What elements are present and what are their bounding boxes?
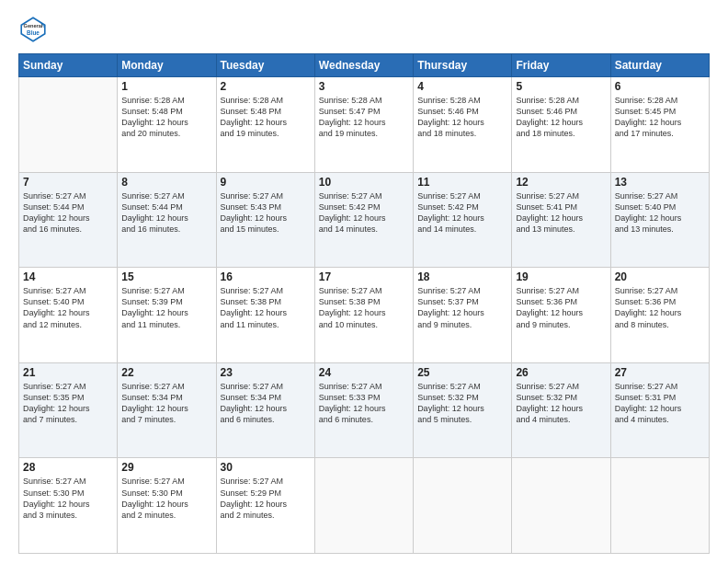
table-row: 18Sunrise: 5:27 AM Sunset: 5:37 PM Dayli… <box>414 268 512 363</box>
cell-info: Sunrise: 5:27 AM Sunset: 5:41 PM Dayligh… <box>516 190 606 236</box>
table-row: 2Sunrise: 5:28 AM Sunset: 5:48 PM Daylig… <box>216 77 314 173</box>
cell-info: Sunrise: 5:27 AM Sunset: 5:34 PM Dayligh… <box>121 381 211 426</box>
cell-info: Sunrise: 5:27 AM Sunset: 5:40 PM Dayligh… <box>23 285 113 330</box>
cell-info: Sunrise: 5:27 AM Sunset: 5:36 PM Dayligh… <box>516 285 606 330</box>
calendar-week-row: 1Sunrise: 5:28 AM Sunset: 5:48 PM Daylig… <box>19 77 710 173</box>
calendar-week-row: 21Sunrise: 5:27 AM Sunset: 5:35 PM Dayli… <box>19 362 710 458</box>
day-number: 19 <box>516 270 606 283</box>
day-number: 8 <box>121 176 211 189</box>
table-row: 30Sunrise: 5:27 AM Sunset: 5:29 PM Dayli… <box>216 458 314 554</box>
logo-icon: General Blue <box>18 15 48 44</box>
table-row: 4Sunrise: 5:28 AM Sunset: 5:46 PM Daylig… <box>414 77 512 173</box>
day-number: 20 <box>615 270 705 283</box>
table-row: 24Sunrise: 5:27 AM Sunset: 5:33 PM Dayli… <box>314 362 413 458</box>
table-row: 3Sunrise: 5:28 AM Sunset: 5:47 PM Daylig… <box>314 77 413 173</box>
col-sunday: Sunday <box>19 54 118 77</box>
page: General Blue Sunday Monday Tuesday Wedne… <box>0 0 728 563</box>
cell-info: Sunrise: 5:27 AM Sunset: 5:32 PM Dayligh… <box>516 381 606 426</box>
table-row <box>512 458 610 554</box>
table-row: 25Sunrise: 5:27 AM Sunset: 5:32 PM Dayli… <box>414 362 512 458</box>
cell-info: Sunrise: 5:28 AM Sunset: 5:47 PM Dayligh… <box>319 95 409 140</box>
cell-info: Sunrise: 5:27 AM Sunset: 5:29 PM Dayligh… <box>221 476 311 521</box>
day-number: 18 <box>417 270 507 283</box>
day-number: 10 <box>319 176 409 189</box>
cell-info: Sunrise: 5:27 AM Sunset: 5:37 PM Dayligh… <box>417 285 507 330</box>
day-number: 30 <box>221 461 311 474</box>
cell-info: Sunrise: 5:28 AM Sunset: 5:45 PM Dayligh… <box>615 95 705 140</box>
day-number: 23 <box>221 366 311 379</box>
cell-info: Sunrise: 5:27 AM Sunset: 5:40 PM Dayligh… <box>615 190 705 236</box>
cell-info: Sunrise: 5:27 AM Sunset: 5:44 PM Dayligh… <box>121 190 211 236</box>
table-row: 26Sunrise: 5:27 AM Sunset: 5:32 PM Dayli… <box>512 362 610 458</box>
col-friday: Friday <box>512 54 610 77</box>
day-number: 24 <box>319 366 409 379</box>
cell-info: Sunrise: 5:27 AM Sunset: 5:39 PM Dayligh… <box>121 285 211 330</box>
cell-info: Sunrise: 5:28 AM Sunset: 5:46 PM Dayligh… <box>417 95 507 140</box>
col-monday: Monday <box>118 54 216 77</box>
day-number: 1 <box>121 80 211 93</box>
day-number: 22 <box>121 366 211 379</box>
cell-info: Sunrise: 5:27 AM Sunset: 5:36 PM Dayligh… <box>615 285 705 330</box>
table-row: 29Sunrise: 5:27 AM Sunset: 5:30 PM Dayli… <box>118 458 216 554</box>
day-number: 25 <box>417 366 507 379</box>
table-row: 27Sunrise: 5:27 AM Sunset: 5:31 PM Dayli… <box>610 362 709 458</box>
day-number: 6 <box>615 80 705 93</box>
cell-info: Sunrise: 5:27 AM Sunset: 5:44 PM Dayligh… <box>23 190 113 236</box>
svg-text:Blue: Blue <box>27 29 40 36</box>
table-row: 11Sunrise: 5:27 AM Sunset: 5:42 PM Dayli… <box>414 172 512 268</box>
table-row: 1Sunrise: 5:28 AM Sunset: 5:48 PM Daylig… <box>118 77 216 173</box>
table-row <box>610 458 709 554</box>
table-row: 19Sunrise: 5:27 AM Sunset: 5:36 PM Dayli… <box>512 268 610 363</box>
logo: General Blue <box>18 15 48 44</box>
table-row <box>314 458 413 554</box>
day-number: 21 <box>23 366 113 379</box>
calendar-header-row: Sunday Monday Tuesday Wednesday Thursday… <box>19 54 710 77</box>
cell-info: Sunrise: 5:27 AM Sunset: 5:42 PM Dayligh… <box>319 190 409 236</box>
day-number: 27 <box>615 366 705 379</box>
cell-info: Sunrise: 5:27 AM Sunset: 5:32 PM Dayligh… <box>417 381 507 426</box>
table-row: 6Sunrise: 5:28 AM Sunset: 5:45 PM Daylig… <box>610 77 709 173</box>
table-row: 13Sunrise: 5:27 AM Sunset: 5:40 PM Dayli… <box>610 172 709 268</box>
day-number: 5 <box>516 80 606 93</box>
day-number: 4 <box>417 80 507 93</box>
calendar-week-row: 14Sunrise: 5:27 AM Sunset: 5:40 PM Dayli… <box>19 268 710 363</box>
day-number: 16 <box>221 270 311 283</box>
table-row: 12Sunrise: 5:27 AM Sunset: 5:41 PM Dayli… <box>512 172 610 268</box>
cell-info: Sunrise: 5:27 AM Sunset: 5:30 PM Dayligh… <box>121 476 211 521</box>
cell-info: Sunrise: 5:28 AM Sunset: 5:48 PM Dayligh… <box>221 95 311 140</box>
cell-info: Sunrise: 5:27 AM Sunset: 5:42 PM Dayligh… <box>417 190 507 236</box>
cell-info: Sunrise: 5:27 AM Sunset: 5:31 PM Dayligh… <box>615 381 705 426</box>
day-number: 17 <box>319 270 409 283</box>
day-number: 2 <box>221 80 311 93</box>
table-row: 15Sunrise: 5:27 AM Sunset: 5:39 PM Dayli… <box>118 268 216 363</box>
day-number: 12 <box>516 176 606 189</box>
table-row: 9Sunrise: 5:27 AM Sunset: 5:43 PM Daylig… <box>216 172 314 268</box>
calendar-week-row: 28Sunrise: 5:27 AM Sunset: 5:30 PM Dayli… <box>19 458 710 554</box>
cell-info: Sunrise: 5:28 AM Sunset: 5:48 PM Dayligh… <box>121 95 211 140</box>
col-saturday: Saturday <box>610 54 709 77</box>
cell-info: Sunrise: 5:27 AM Sunset: 5:34 PM Dayligh… <box>221 381 311 426</box>
svg-text:General: General <box>24 23 43 29</box>
table-row: 8Sunrise: 5:27 AM Sunset: 5:44 PM Daylig… <box>118 172 216 268</box>
col-tuesday: Tuesday <box>216 54 314 77</box>
table-row <box>19 77 118 173</box>
day-number: 13 <box>615 176 705 189</box>
day-number: 26 <box>516 366 606 379</box>
table-row: 7Sunrise: 5:27 AM Sunset: 5:44 PM Daylig… <box>19 172 118 268</box>
cell-info: Sunrise: 5:27 AM Sunset: 5:35 PM Dayligh… <box>23 381 113 426</box>
calendar-table: Sunday Monday Tuesday Wednesday Thursday… <box>18 53 710 554</box>
cell-info: Sunrise: 5:27 AM Sunset: 5:30 PM Dayligh… <box>23 476 113 521</box>
col-thursday: Thursday <box>414 54 512 77</box>
day-number: 3 <box>319 80 409 93</box>
cell-info: Sunrise: 5:27 AM Sunset: 5:38 PM Dayligh… <box>221 285 311 330</box>
day-number: 14 <box>23 270 113 283</box>
table-row: 16Sunrise: 5:27 AM Sunset: 5:38 PM Dayli… <box>216 268 314 363</box>
table-row: 14Sunrise: 5:27 AM Sunset: 5:40 PM Dayli… <box>19 268 118 363</box>
header: General Blue <box>18 15 710 44</box>
table-row: 22Sunrise: 5:27 AM Sunset: 5:34 PM Dayli… <box>118 362 216 458</box>
table-row: 17Sunrise: 5:27 AM Sunset: 5:38 PM Dayli… <box>314 268 413 363</box>
table-row: 10Sunrise: 5:27 AM Sunset: 5:42 PM Dayli… <box>314 172 413 268</box>
table-row: 28Sunrise: 5:27 AM Sunset: 5:30 PM Dayli… <box>19 458 118 554</box>
cell-info: Sunrise: 5:27 AM Sunset: 5:33 PM Dayligh… <box>319 381 409 426</box>
day-number: 7 <box>23 176 113 189</box>
